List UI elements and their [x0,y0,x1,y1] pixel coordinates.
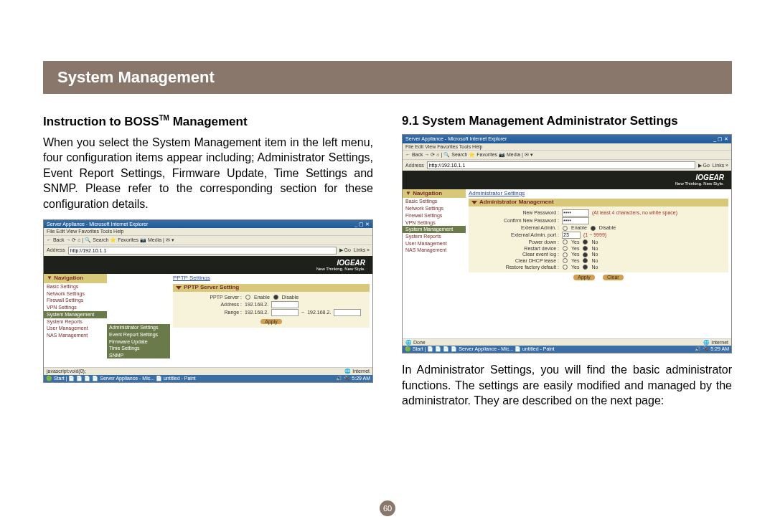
sidebar-item[interactable]: User Management [403,240,466,247]
range-b[interactable] [334,309,361,316]
app-content: ▼ Navigation Basic SettingsNetwork Setti… [403,189,731,338]
menubar[interactable]: File Edit View Favorites Tools Help [44,228,372,235]
taskbar: 🟢 Start | 📄 📄 📄 📄 Server Appliance - Mic… [44,375,372,382]
submenu-item[interactable]: Time Settings [107,345,170,352]
password-input[interactable] [562,209,589,217]
status-left: 🌐 Done [405,340,426,346]
label: Clear DHCP lease : [473,258,559,264]
breadcrumb[interactable]: PPTP Settings [173,275,370,282]
panel-title: Administrator Management [469,199,728,206]
window-controls[interactable]: _ ▢ ✕ [354,222,370,227]
address-input[interactable] [68,247,337,255]
clear-button[interactable]: Clear [603,275,624,280]
form-row: New Password :(At least 4 characters, no… [473,209,724,217]
brand-tagline: New Thinking. New Style. [410,181,724,186]
sidebar-item[interactable]: VPN Settings [44,304,107,311]
radio-option[interactable] [583,252,588,257]
main-panel: PPTP Settings PPTP Server Setting PPTP S… [170,274,372,367]
sidebar-item[interactable]: System Reports [44,318,107,326]
text-input[interactable] [562,232,581,239]
radio-option[interactable] [583,258,588,263]
left-section-title: Instruction to BOSSTM Management [43,114,373,129]
radio-option[interactable] [563,239,568,244]
nav-sidebar: ▼ Navigation Basic SettingsNetwork Setti… [403,189,466,338]
label: Clear event log : [473,252,559,257]
sidebar-item[interactable]: Firewall Settings [44,297,107,304]
app-content: ▼ Navigation Basic SettingsNetwork Setti… [44,274,372,367]
radio-option[interactable] [563,226,568,231]
title-part-b: Management [169,115,248,128]
form-row: External Admin. port :(1 ~ 9999) [473,232,724,239]
sidebar-item[interactable]: Basic Settings [403,198,466,205]
brand-name: IOGEAR [337,259,365,267]
nav-list: Basic SettingsNetwork SettingsFirewall S… [403,198,466,254]
form-row: Restore factory default :YesNo [473,265,724,270]
status-left: javascript:void(0); [47,369,86,374]
apply-button[interactable]: Apply [260,319,282,325]
right-section-title: 9.1 System Management Administrator Sett… [402,114,732,128]
screenshot-admin: Server Appliance - Microsoft Internet Ex… [402,134,732,353]
addr-input[interactable] [271,301,299,308]
submenu: Administrator SettingsEvent Report Setti… [107,324,170,358]
go-button[interactable]: ▶ Go [339,247,351,253]
sidebar-item[interactable]: Basic Settings [44,283,107,290]
radio-disable[interactable] [273,295,278,300]
panel-title: PPTP Server Setting [173,284,370,292]
submenu-item[interactable]: SNMP [107,352,170,359]
radio-option[interactable] [563,252,568,257]
submenu-item[interactable]: Firmware Update [107,338,170,346]
apply-button[interactable]: Apply [573,275,595,280]
radio-option[interactable] [563,246,568,251]
label: Power down : [473,239,559,245]
radio-option[interactable] [583,239,588,244]
radio-enable[interactable] [245,295,250,300]
label: Address : [177,302,242,308]
radio-option[interactable] [583,265,588,270]
links-label: Links » [354,247,370,253]
radio-option[interactable] [591,226,596,231]
status-bar: javascript:void(0); 🌐 Internet [44,367,372,375]
toolbar[interactable]: ← Back → ⟳ ⌂ | 🔍 Search ⭐ Favorites 📷 Me… [403,150,731,159]
taskbar-right: 🔊 🔌 5:29 AM [336,376,370,381]
sidebar-item[interactable]: System Management [403,226,466,233]
hint-text: (1 ~ 9999) [583,232,606,238]
links-label: Links » [713,163,728,168]
sidebar-item[interactable]: Network Settings [403,205,466,212]
row-range: Range : 192.168.2. ~ 192.168.2. [177,309,365,316]
label: Confirm New Password : [473,218,559,224]
window-title: Server Appliance - Microsoft Internet Ex… [47,222,148,227]
row-pptp-server: PPTP Server : Enable Disable [177,295,365,300]
page-number: 60 [380,500,395,516]
address-input[interactable] [427,161,695,169]
main-panel: Administrator Settings Administrator Man… [466,189,731,338]
radio-option[interactable] [583,246,588,251]
taskbar-left[interactable]: 🟢 Start | 📄 📄 📄 📄 Server Appliance - Mic… [405,346,555,352]
password-input[interactable] [562,217,589,224]
range-a[interactable] [271,309,299,316]
label: Restore factory default : [473,265,559,270]
panel-body: PPTP Server : Enable Disable Address : 1… [173,292,370,328]
sidebar-item[interactable]: System Management [44,311,107,318]
nav-list: Basic SettingsNetwork SettingsFirewall S… [44,283,107,339]
sidebar-item[interactable]: Network Settings [44,290,107,298]
sidebar-item[interactable]: NAS Management [44,332,107,339]
toolbar[interactable]: ← Back → ⟳ ⌂ | 🔍 Search ⭐ Favorites 📷 Me… [44,235,372,244]
form-row: External Admin. :EnableDisable [473,225,724,231]
section-header: System Management [43,61,732,94]
sidebar-item[interactable]: System Reports [403,233,466,240]
sidebar-item[interactable]: VPN Settings [403,219,466,227]
screenshot-pptp: Server Appliance - Microsoft Internet Ex… [43,219,373,383]
go-button[interactable]: ▶ Go [698,163,710,168]
sidebar-item[interactable]: NAS Management [403,247,466,254]
taskbar-left[interactable]: 🟢 Start | 📄 📄 📄 📄 Server Appliance - Mic… [46,376,196,381]
submenu-item[interactable]: Administrator Settings [107,324,170,331]
sidebar-item[interactable]: User Management [44,325,107,332]
radio-option[interactable] [563,265,568,270]
window-controls[interactable]: _ ▢ ✕ [713,136,728,142]
radio-option[interactable] [563,258,568,263]
breadcrumb[interactable]: Administrator Settings [469,191,728,197]
sidebar-item[interactable]: Firewall Settings [403,212,466,219]
title-part-a: Instruction to BOSS [43,115,159,128]
submenu-item[interactable]: Event Report Settings [107,331,170,338]
menubar[interactable]: File Edit View Favorites Tools Help [403,143,731,151]
